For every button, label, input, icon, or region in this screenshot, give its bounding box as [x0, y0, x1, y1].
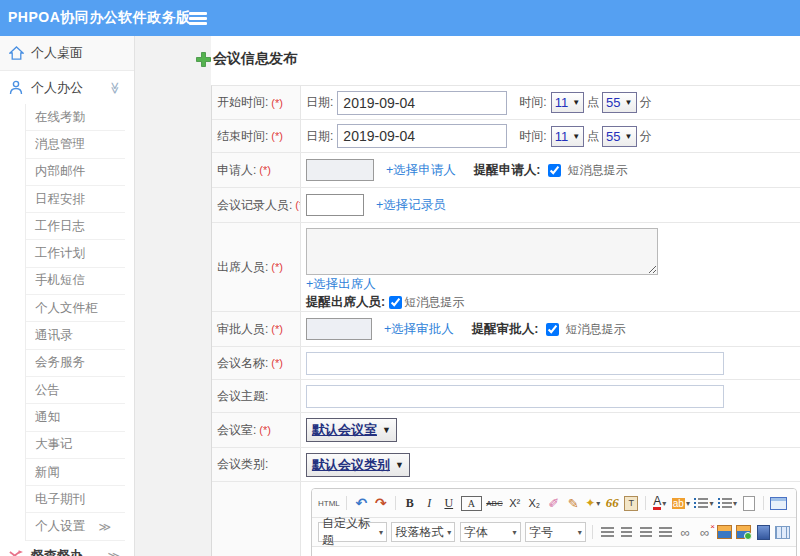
field-cell: +选择出席人 提醒出席人员: 短消息提示 — [301, 223, 800, 311]
align-left-button[interactable] — [600, 524, 615, 541]
sidebar-item-personal-settings[interactable]: 个人设置 ≫ — [26, 513, 125, 540]
new-document-button[interactable] — [741, 495, 756, 512]
field-cell: 默认会议室▼ — [301, 413, 800, 447]
end-date-input[interactable] — [337, 124, 507, 148]
insert-media-button[interactable] — [756, 524, 771, 541]
bold-button[interactable]: B — [402, 495, 417, 512]
remind-applicant-label: 提醒申请人: — [474, 162, 541, 179]
sidebar-item-e-journal[interactable]: 电子期刊 — [26, 486, 125, 513]
hour-unit-label: 点 — [587, 94, 599, 111]
sidebar-item-meeting-services[interactable]: 会务服务 — [26, 350, 125, 377]
align-center-icon — [621, 527, 632, 537]
meeting-room-select[interactable]: 默认会议室▼ — [306, 418, 397, 442]
meeting-subject-input[interactable] — [306, 385, 724, 408]
sidebar-item-news[interactable]: 新闻 — [26, 459, 125, 486]
sidebar-item-work-log[interactable]: 工作日志 — [26, 213, 125, 240]
redo-button[interactable]: ↷ — [373, 495, 388, 512]
end-hour-select[interactable]: 11▼ — [551, 126, 584, 147]
sidebar-item-personal-file-cabinet[interactable]: 个人文件柜 — [26, 295, 125, 322]
font-color-button[interactable]: A▾ — [652, 495, 667, 512]
sidebar-item-mobile-sms[interactable]: 手机短信 — [26, 268, 125, 295]
ordered-list-button[interactable]: ▾ — [694, 495, 713, 512]
sidebar-item-internal-mail[interactable]: 内部邮件 — [26, 159, 125, 186]
approver-input[interactable] — [306, 318, 372, 340]
underline-button[interactable]: U — [441, 495, 456, 512]
sidebar-item-personal-office[interactable]: 个人办公 ≫ — [0, 71, 134, 104]
highlight-color-button[interactable]: ab▾ — [672, 495, 690, 512]
blockquote-button[interactable]: 66 — [605, 495, 620, 512]
app-title: PHPOA协同办公软件政务版 — [8, 9, 191, 27]
start-minute-select[interactable]: 55▼ — [602, 92, 636, 113]
align-left-icon — [601, 527, 614, 537]
subscript-button[interactable]: X₂ — [527, 495, 542, 512]
applicant-sms-checkbox[interactable] — [548, 164, 561, 177]
dropdown-arrow-icon: ▾ — [709, 499, 713, 508]
font-family-select[interactable]: 字体▾ — [460, 522, 521, 542]
sidebar-item-schedule[interactable]: 日程安排 — [26, 186, 125, 213]
row-meeting-name: 会议名称:(*) — [212, 347, 800, 380]
align-center-button[interactable] — [619, 524, 634, 541]
heading-style-select[interactable]: 自定义标题▾ — [318, 522, 387, 542]
align-justify-button[interactable] — [658, 524, 673, 541]
select-approver-link[interactable]: +选择审批人 — [384, 321, 454, 338]
font-attributes-button[interactable]: A — [461, 496, 482, 511]
approver-sms-checkbox[interactable] — [546, 323, 559, 336]
sidebar-item-online-attendance[interactable]: 在线考勤 — [26, 104, 125, 131]
superscript-button[interactable]: X² — [507, 495, 522, 512]
sidebar-item-notices[interactable]: 通知 — [26, 404, 125, 431]
field-cell: 日期: 时间: 11▼ 点 55▼ 分 — [301, 86, 800, 119]
meeting-category-select[interactable]: 默认会议类别▼ — [306, 453, 410, 477]
menu-toggle-icon[interactable] — [189, 12, 207, 25]
select-attendees-link[interactable]: +选择出席人 — [306, 276, 376, 293]
form-table: 开始时间:(*) 日期: 时间: 11▼ 点 55▼ 分 结束时间:(*) 日期… — [211, 85, 800, 556]
recorder-input[interactable] — [306, 194, 364, 216]
sidebar-item-contacts[interactable]: 通讯录 — [26, 322, 125, 349]
italic-button[interactable]: I — [422, 495, 437, 512]
unordered-list-button[interactable]: ▾ — [718, 495, 737, 512]
end-minute-select[interactable]: 55▼ — [602, 126, 636, 147]
font-size-select[interactable]: 字号▾ — [525, 522, 586, 542]
insert-image-button[interactable] — [717, 524, 732, 541]
remove-format-icon[interactable]: ✐ — [546, 495, 561, 512]
sidebar-item-announcements[interactable]: 公告 — [26, 377, 125, 404]
field-label: 结束时间:(*) — [212, 120, 301, 152]
date-label: 日期: — [306, 94, 333, 111]
editor-toolbar-row2: 自定义标题▾ 段落格式▾ 字体▾ 字号▾ ∞ ∞× — [312, 518, 796, 547]
strikethrough-button[interactable]: ABC — [486, 495, 502, 512]
sidebar-item-work-plan[interactable]: 工作计划 — [26, 240, 125, 267]
attendees-sms-checkbox[interactable] — [389, 296, 402, 309]
sidebar-item-message-management[interactable]: 消息管理 — [26, 131, 125, 158]
start-date-input[interactable] — [337, 91, 507, 115]
insert-link-icon[interactable]: ∞ — [678, 524, 693, 541]
field-label: 申请人:(*) — [212, 153, 301, 187]
remove-link-icon[interactable]: ∞× — [697, 524, 712, 541]
html-source-button[interactable]: HTML — [318, 495, 340, 512]
field-label: 会议主题: — [212, 380, 301, 412]
row-approver: 审批人员:(*) +选择审批人 提醒审批人: 短消息提示 — [212, 312, 800, 347]
meeting-name-input[interactable] — [306, 352, 724, 375]
paragraph-format-select[interactable]: 段落格式▾ — [391, 522, 455, 542]
start-hour-select[interactable]: 11▼ — [551, 92, 584, 113]
paint-format-icon[interactable]: ✦▾ — [585, 495, 600, 512]
dropdown-arrow-icon: ▼ — [625, 98, 633, 107]
sidebar-item-personal-desktop[interactable]: 个人桌面 — [0, 36, 134, 71]
dropdown-arrow-icon: ▾ — [596, 499, 600, 508]
sms-notify-label: 短消息提示 — [404, 294, 464, 311]
attendees-textarea[interactable] — [306, 228, 658, 275]
format-brush-icon[interactable]: ✎ — [566, 495, 581, 512]
undo-button[interactable]: ↶ — [354, 495, 369, 512]
upload-image-button[interactable] — [736, 524, 751, 541]
select-recorder-link[interactable]: +选择记录员 — [376, 197, 446, 214]
sidebar-item-supervision[interactable]: 督查督办 ≫ — [0, 541, 134, 556]
meeting-form: 开始时间:(*) 日期: 时间: 11▼ 点 55▼ 分 结束时间:(*) 日期… — [211, 36, 800, 556]
paste-icon[interactable]: T — [624, 496, 638, 511]
sidebar-item-memorabilia[interactable]: 大事记 — [26, 432, 125, 459]
fullscreen-button[interactable] — [770, 495, 787, 512]
applicant-input[interactable] — [306, 159, 374, 181]
insert-table-button[interactable] — [775, 524, 790, 541]
editor-content[interactable] — [312, 547, 796, 556]
rich-text-editor: HTML ↶ ↷ B I U A ABC X² X₂ ✐ — [311, 488, 797, 556]
chevron-double-down-icon: ≫ — [109, 81, 123, 94]
select-applicant-link[interactable]: +选择申请人 — [386, 162, 456, 179]
align-right-button[interactable] — [639, 524, 654, 541]
